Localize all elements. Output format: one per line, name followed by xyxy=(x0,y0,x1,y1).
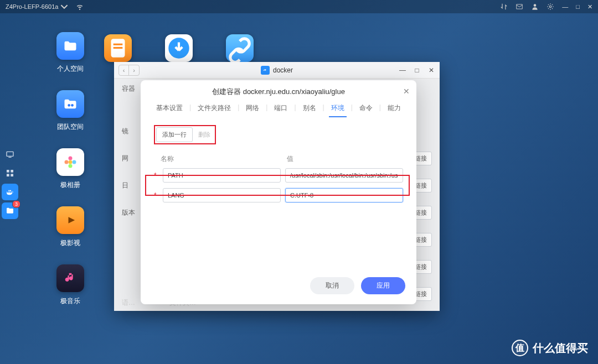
link-icon xyxy=(226,34,254,62)
modal-content: 添加一行 删除 名称 值 * * xyxy=(141,117,416,271)
svg-point-1 xyxy=(550,6,552,8)
folder-icon xyxy=(63,38,78,54)
nav-arrows[interactable]: ‹› xyxy=(118,65,140,76)
env-value-input[interactable] xyxy=(285,168,403,183)
flower-icon xyxy=(63,154,78,170)
chevron-down-icon xyxy=(60,3,68,11)
svg-rect-6 xyxy=(7,174,9,176)
env-name-input[interactable] xyxy=(163,188,281,202)
docker-title: docker xyxy=(114,66,440,75)
watermark-icon: 值 xyxy=(512,340,528,356)
apply-button[interactable]: 应用 xyxy=(361,277,405,294)
svg-rect-7 xyxy=(11,174,13,176)
svg-rect-3 xyxy=(8,157,11,158)
tab-capability[interactable]: 能力 xyxy=(385,103,403,113)
env-name-input[interactable] xyxy=(163,168,281,183)
tab-alias[interactable]: 别名 xyxy=(301,103,318,113)
desktop-icon-label: 极音乐 xyxy=(60,297,80,306)
transfer-icon[interactable] xyxy=(500,3,508,11)
video-icon xyxy=(63,212,78,228)
svg-rect-2 xyxy=(7,152,13,156)
gear-icon[interactable] xyxy=(547,3,554,11)
env-row-path: * xyxy=(154,168,403,183)
desktop-icon-team[interactable]: 团队空间 xyxy=(56,90,84,132)
desktop-icons: 个人空间 团队空间 极相册 极影视 极音乐 xyxy=(40,32,101,306)
tab-basic[interactable]: 基本设置 xyxy=(154,103,185,113)
tab-environment[interactable]: 环境 xyxy=(329,103,347,113)
svg-rect-5 xyxy=(11,170,13,173)
tab-command[interactable]: 命令 xyxy=(357,103,375,113)
desktop-icon-photos[interactable]: 极相册 xyxy=(56,148,84,190)
tab-folder[interactable]: 文件夹路径 xyxy=(195,103,233,113)
tab-network[interactable]: 网络 xyxy=(244,103,261,113)
required-icon: * xyxy=(154,171,158,179)
dock-docker[interactable] xyxy=(2,184,18,200)
desktop-icon-music[interactable]: 极音乐 xyxy=(56,264,84,306)
nav-back[interactable]: ‹ xyxy=(119,65,129,75)
watermark-text: 什么值得买 xyxy=(533,341,588,356)
modal-title: 创建容器 docker.nju.edu.cn/xiaoyaliu/glue xyxy=(212,87,345,97)
docker-close[interactable]: ✕ xyxy=(427,66,435,74)
left-dock: 3 xyxy=(0,144,20,221)
svg-rect-17 xyxy=(114,47,123,49)
window-minimize[interactable]: — xyxy=(562,3,568,10)
desktop-icon-personal[interactable]: 个人空间 xyxy=(56,32,84,74)
download-icon xyxy=(165,34,193,62)
modal-header: 创建容器 docker.nju.edu.cn/xiaoyaliu/glue ✕ xyxy=(141,80,416,103)
watermark: 值 什么值得买 xyxy=(512,340,588,356)
dock-desktop[interactable] xyxy=(0,146,20,163)
docker-icon xyxy=(261,66,270,75)
user-icon[interactable] xyxy=(531,3,539,11)
desktop-icon-label: 团队空间 xyxy=(57,122,84,132)
wifi-icon xyxy=(76,3,84,11)
svg-point-13 xyxy=(69,164,73,168)
add-row-button[interactable]: 添加一行 xyxy=(156,127,193,142)
folder-icon xyxy=(6,206,14,215)
docker-titlebar[interactable]: ‹› docker — □ ✕ xyxy=(114,62,440,79)
svg-point-8 xyxy=(68,104,70,107)
docker-window: ‹› docker — □ ✕ 容器 镜 网链接 日链接 版本链接 链接 链接 … xyxy=(114,62,440,311)
svg-rect-16 xyxy=(114,44,123,45)
create-container-modal: 创建容器 docker.nju.edu.cn/xiaoyaliu/glue ✕ … xyxy=(141,80,416,304)
env-row-lang: * xyxy=(154,188,403,202)
env-value-input[interactable] xyxy=(285,188,403,202)
desktop-icon-label: 极相册 xyxy=(60,180,80,190)
docker-max[interactable]: □ xyxy=(413,66,421,74)
dock-badge: 3 xyxy=(12,200,20,208)
mail-icon[interactable] xyxy=(515,3,523,11)
svg-point-11 xyxy=(69,157,73,160)
docker-icon xyxy=(6,188,14,196)
window-maximize[interactable]: □ xyxy=(576,3,580,10)
desktop-top-row xyxy=(104,34,254,62)
svg-point-9 xyxy=(71,104,74,107)
modal-footer: 取消 应用 xyxy=(141,271,416,304)
tab-port[interactable]: 端口 xyxy=(272,103,290,113)
required-icon: * xyxy=(154,191,158,199)
delete-button[interactable]: 删除 xyxy=(195,128,214,142)
dock-apps[interactable] xyxy=(0,165,20,181)
nav-forward[interactable]: › xyxy=(129,65,139,75)
column-value: 值 xyxy=(287,154,403,164)
modal-tabs: 基本设置| 文件夹路径| 网络| 端口| 别名| 环境| 命令| 能力 xyxy=(141,103,416,117)
window-close[interactable]: ✕ xyxy=(587,3,592,11)
desktop-icon-video[interactable]: 极影视 xyxy=(56,206,84,248)
desktop-icon-link[interactable] xyxy=(226,34,254,62)
docker-min[interactable]: — xyxy=(399,66,406,74)
team-folder-icon xyxy=(63,96,78,112)
notes-icon xyxy=(104,34,132,62)
cancel-button[interactable]: 取消 xyxy=(310,277,354,294)
column-name: 名称 xyxy=(161,154,281,164)
svg-point-10 xyxy=(69,160,73,164)
svg-point-14 xyxy=(65,160,69,164)
host-menu[interactable]: Z4Pro-LEFP-6601a xyxy=(6,3,68,11)
dock-files[interactable]: 3 xyxy=(2,202,18,219)
desktop-icon-notes[interactable] xyxy=(104,34,132,62)
music-icon xyxy=(63,271,78,286)
close-icon[interactable]: ✕ xyxy=(403,87,410,96)
desktop-icon-download[interactable] xyxy=(165,34,193,62)
svg-point-12 xyxy=(73,160,76,164)
svg-rect-4 xyxy=(7,170,9,173)
system-topbar: Z4Pro-LEFP-6601a — □ ✕ xyxy=(0,0,598,13)
svg-point-0 xyxy=(534,4,537,7)
highlight-add-row: 添加一行 删除 xyxy=(154,125,216,144)
